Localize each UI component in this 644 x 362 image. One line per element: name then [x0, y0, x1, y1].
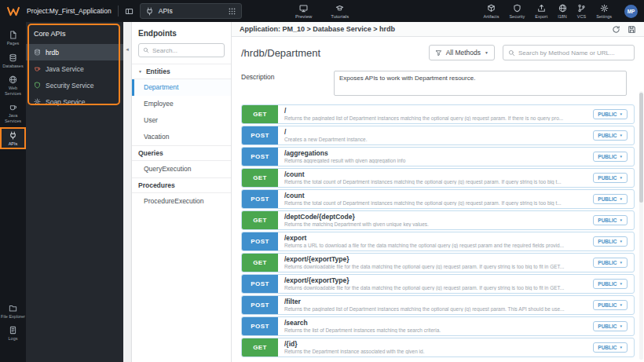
section-label: Procedures — [138, 181, 175, 189]
method-badge: POST — [242, 190, 278, 208]
section-queries[interactable]: Queries — [132, 145, 231, 161]
endpoint-path: /aggregations — [284, 150, 587, 157]
core-apis-panel: Core APIs hrdb Java Service Security Ser… — [26, 22, 123, 362]
refresh-icon[interactable] — [612, 25, 620, 34]
list-controls: All Methods ▼ — [429, 45, 635, 60]
endpoint-path: / — [284, 108, 587, 115]
section-procedures[interactable]: Procedures — [132, 177, 231, 193]
access-badge[interactable]: PUBLIC▼ — [593, 258, 628, 268]
endpoint-search-input[interactable] — [152, 47, 220, 54]
method-search[interactable] — [503, 45, 635, 60]
endpoint-row[interactable]: GET / Returns the paginated list of Depa… — [241, 104, 635, 124]
sidebar-item-logs[interactable]: Logs — [0, 322, 26, 345]
endpoint-path: /filter — [284, 298, 587, 305]
access-badge[interactable]: PUBLIC▼ — [593, 215, 628, 225]
project-label[interactable]: Project:My_First_Application — [27, 7, 112, 15]
sidebar-item-web-services[interactable]: Web Services — [0, 71, 26, 99]
sidebar-item-pages[interactable]: Pages — [0, 27, 26, 49]
core-api-item-label: Soap Service — [46, 98, 86, 106]
access-badge[interactable]: PUBLIC▼ — [593, 300, 628, 310]
method-badge: POST — [242, 148, 278, 166]
access-badge[interactable]: PUBLIC▼ — [593, 279, 628, 289]
endpoint-row[interactable]: POST /export/{exportType} Returns downlo… — [241, 274, 635, 294]
access-label: PUBLIC — [598, 133, 617, 138]
access-badge[interactable]: PUBLIC▼ — [593, 109, 628, 119]
gear-icon — [600, 4, 609, 13]
tutorials-button[interactable]: Tutorials — [331, 4, 349, 19]
methods-filter-dropdown[interactable]: All Methods ▼ — [429, 45, 495, 60]
endpoint-row[interactable]: GET /export/{exportType} Returns downloa… — [241, 253, 635, 272]
sidebar-item-file-explorer[interactable]: File Explorer — [0, 300, 26, 323]
access-badge[interactable]: PUBLIC▼ — [593, 152, 628, 162]
core-api-item-java-service[interactable]: Java Service — [26, 60, 123, 77]
endpoint-row[interactable]: GET /deptCode/{deptCode} Returns the mat… — [241, 210, 635, 230]
grid-icon[interactable] — [228, 7, 236, 16]
i18n-button[interactable]: I18N — [558, 4, 567, 19]
tutorials-label: Tutorials — [331, 14, 349, 19]
section-label: Queries — [138, 149, 163, 157]
endpoint-row[interactable]: POST /count Returns the total count of D… — [241, 189, 635, 209]
chevron-down-icon: ▼ — [620, 218, 623, 222]
scrollbar-thumb[interactable] — [639, 93, 643, 203]
artifacts-button[interactable]: Artifacts — [484, 4, 499, 19]
core-api-item-hrdb[interactable]: hrdb — [26, 44, 123, 60]
endpoint-row[interactable]: POST / Creates a new Department instance… — [241, 126, 635, 145]
endpoint-row[interactable]: POST /search Returns the list of Departm… — [241, 316, 635, 336]
core-api-item-security-service[interactable]: Security Service — [26, 77, 123, 93]
preview-button[interactable]: Preview — [295, 4, 312, 19]
endpoint-row[interactable]: POST /filter Returns the paginated list … — [241, 295, 635, 315]
app-breadcrumb-bar: Application: PM_10 > Database Service > … — [232, 22, 644, 37]
vcs-button[interactable]: VCS — [577, 4, 586, 19]
description-input[interactable]: Exposes APIs to work with Department res… — [334, 71, 627, 96]
endpoint-row-text: /search Returns the list of Department i… — [278, 317, 587, 335]
core-api-item-soap-service[interactable]: Soap Service — [26, 93, 123, 110]
endpoint-description: Returns the matching Department with giv… — [284, 222, 587, 228]
access-badge[interactable]: PUBLIC▼ — [593, 130, 628, 141]
description-label: Description — [241, 71, 334, 96]
endpoint-item-employee[interactable]: Employee — [132, 96, 231, 112]
method-search-input[interactable] — [518, 49, 629, 57]
access-badge[interactable]: PUBLIC▼ — [593, 173, 628, 183]
endpoint-item-vacation[interactable]: Vacation — [132, 129, 231, 145]
access-badge[interactable]: PUBLIC▼ — [593, 321, 628, 331]
endpoint-item-user[interactable]: User — [132, 112, 231, 129]
access-badge[interactable]: PUBLIC▼ — [593, 342, 628, 353]
core-apis-title: Core APIs — [26, 22, 123, 44]
sidebar-item-databases[interactable]: Databases — [0, 49, 26, 72]
access-badge[interactable]: PUBLIC▼ — [593, 236, 628, 247]
avatar[interactable]: MP — [624, 5, 638, 18]
access-cell: PUBLIC▼ — [587, 338, 634, 357]
module-selector[interactable]: APIs — [140, 3, 242, 19]
endpoint-row[interactable]: POST /export Returns a URL to download a… — [241, 232, 635, 251]
sidebar-item-apis[interactable]: APIs — [0, 127, 26, 150]
settings-button[interactable]: Settings — [596, 4, 612, 19]
endpoint-row[interactable]: GET /{id} Returns the Department instanc… — [241, 338, 635, 357]
chevron-down-icon: ▼ — [620, 324, 623, 328]
export-label: Export — [535, 14, 547, 19]
security-button[interactable]: Security — [509, 4, 525, 19]
wavemaker-logo[interactable] — [6, 6, 20, 16]
shield-icon — [513, 4, 521, 13]
endpoint-row[interactable]: POST /aggregations Returns aggregated re… — [241, 147, 635, 166]
section-label: Entities — [146, 68, 170, 75]
endpoint-row-text: /count Returns the total count of Depart… — [278, 169, 587, 187]
panel-toggle-icon[interactable] — [125, 7, 134, 16]
endpoint-row-text: /export/{exportType} Returns downloadabl… — [278, 254, 587, 272]
export-button[interactable]: Export — [535, 4, 547, 19]
sidebar-item-java-services[interactable]: Java Services — [0, 99, 26, 126]
endpoint-row[interactable]: GET /count Returns the total count of De… — [241, 168, 635, 188]
access-badge[interactable]: PUBLIC▼ — [593, 194, 628, 204]
chevron-down-icon: ▼ — [620, 282, 623, 286]
endpoint-row-text: / Creates a new Department instance. — [278, 126, 587, 144]
chevron-down-icon: ▼ — [138, 69, 142, 74]
endpoint-item-queryexecution[interactable]: QueryExecution — [132, 161, 231, 177]
save-icon[interactable] — [628, 25, 636, 34]
top-bar: Project:My_First_Application APIs Previe… — [0, 0, 644, 22]
endpoint-item-department[interactable]: Department — [132, 79, 231, 96]
scrollbar[interactable] — [639, 91, 643, 360]
collapse-panel-handle[interactable]: ◄ — [123, 22, 132, 362]
section-entities[interactable]: ▼ Entities — [132, 64, 231, 79]
access-cell: PUBLIC▼ — [587, 169, 634, 187]
endpoint-search[interactable] — [138, 43, 225, 57]
endpoint-item-procedureexecution[interactable]: ProcedureExecution — [132, 193, 231, 210]
